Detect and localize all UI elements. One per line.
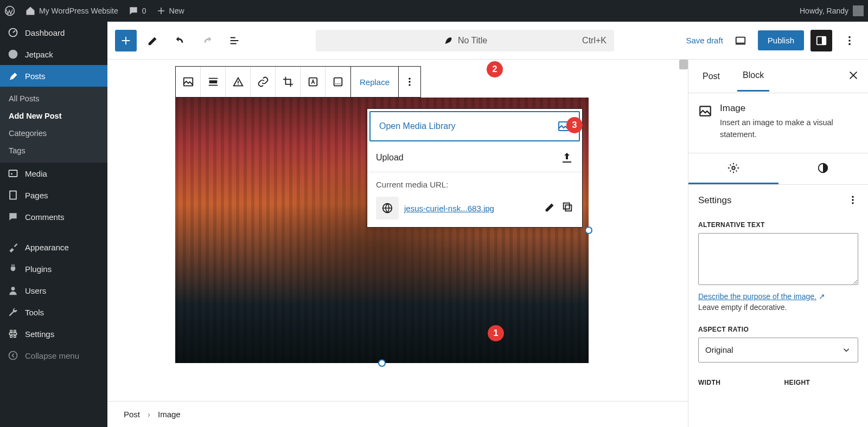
posts-submenu: All Posts Add New Post Categories Tags: [0, 87, 107, 163]
submenu-add-new-post[interactable]: Add New Post: [0, 107, 107, 125]
new-link[interactable]: New: [156, 6, 184, 16]
settings-more-button[interactable]: [847, 195, 858, 207]
scrollbar-thumb[interactable]: [679, 60, 688, 69]
comments-link[interactable]: 0: [128, 5, 146, 16]
sidebar-item-appearance[interactable]: Appearance: [0, 236, 107, 258]
undo-button[interactable]: [169, 30, 191, 51]
upload-button[interactable]: Upload: [367, 144, 582, 172]
media-url-link[interactable]: jesus-curiel-nsk...683.jpg: [404, 204, 539, 213]
new-label: New: [169, 7, 184, 15]
align-button[interactable]: [201, 67, 226, 97]
current-url-label: Current media URL:: [376, 180, 573, 189]
svg-rect-10: [822, 36, 826, 44]
replace-button[interactable]: Replace: [350, 67, 399, 97]
alt-text-hint: Leave empty if decorative.: [698, 303, 858, 312]
inspector-panel: Post Block Image Insert an image to make…: [688, 60, 868, 427]
options-button[interactable]: [839, 30, 860, 51]
image-icon: [698, 104, 712, 118]
command-shortcut: Ctrl+K: [582, 36, 607, 46]
tab-post[interactable]: Post: [697, 62, 725, 91]
avatar[interactable]: [853, 5, 864, 16]
block-type-icon[interactable]: [176, 67, 201, 97]
callout-badge-2: 2: [487, 61, 503, 77]
sidebar-item-media[interactable]: Media: [0, 163, 107, 184]
sidebar-item-plugins[interactable]: Plugins: [0, 258, 107, 280]
breadcrumb-root[interactable]: Post: [124, 410, 140, 419]
close-inspector-button[interactable]: [847, 69, 859, 83]
redo-button[interactable]: [196, 30, 218, 51]
add-block-button[interactable]: [115, 30, 137, 51]
publish-button[interactable]: Publish: [758, 30, 804, 50]
svg-point-33: [852, 199, 853, 200]
sidebar-toggle-button[interactable]: [810, 30, 832, 51]
preview-button[interactable]: [730, 30, 751, 51]
feather-icon: [443, 36, 452, 46]
comments-count: 0: [142, 7, 146, 15]
block-breadcrumb: Post › Image: [107, 401, 688, 427]
describe-image-link[interactable]: Describe the purpose of the image.: [698, 292, 816, 301]
svg-rect-8: [736, 37, 745, 43]
submenu-categories[interactable]: Categories: [0, 125, 107, 142]
sidebar-item-tools[interactable]: Tools: [0, 301, 107, 323]
site-home[interactable]: My WordPress Website: [25, 5, 118, 16]
globe-icon: [376, 197, 399, 219]
svg-point-11: [848, 36, 851, 38]
crop-button[interactable]: [276, 67, 301, 97]
caption-button[interactable]: [226, 67, 251, 97]
width-label: WIDTH: [698, 379, 773, 386]
tab-block[interactable]: Block: [737, 61, 769, 92]
svg-rect-5: [10, 191, 16, 199]
svg-point-21: [340, 83, 341, 85]
admin-sidebar: Dashboard Jetpack Posts All Posts Add Ne…: [0, 22, 107, 427]
text-overlay-button[interactable]: [301, 67, 326, 97]
link-button[interactable]: [251, 67, 276, 97]
sidebar-item-dashboard[interactable]: Dashboard: [0, 22, 107, 43]
sidebar-item-pages[interactable]: Pages: [0, 184, 107, 206]
submenu-tags[interactable]: Tags: [0, 142, 107, 159]
block-more-button[interactable]: [399, 67, 420, 97]
copy-url-button[interactable]: [561, 201, 573, 215]
site-title: My WordPress Website: [39, 7, 118, 15]
resize-handle-right[interactable]: [585, 227, 592, 234]
svg-point-24: [409, 84, 410, 86]
outline-button[interactable]: [224, 30, 245, 51]
alt-text-label: ALTERNATIVE TEXT: [698, 221, 858, 229]
svg-point-23: [409, 81, 410, 82]
aspect-ratio-select[interactable]: Original: [698, 338, 858, 363]
admin-bar: My WordPress Website 0 New Howdy, Randy: [0, 0, 868, 22]
svg-point-13: [848, 43, 851, 45]
svg-rect-15: [209, 80, 217, 83]
sidebar-item-users[interactable]: Users: [0, 280, 107, 301]
replace-popover: Open Media Library Upload Current media …: [367, 108, 583, 228]
open-media-library-button[interactable]: Open Media Library: [369, 111, 580, 141]
save-draft-button[interactable]: Save draft: [686, 36, 723, 45]
settings-heading: Settings: [698, 195, 731, 206]
svg-rect-18: [334, 78, 342, 86]
contrast-icon: [817, 162, 829, 174]
sidebar-item-posts[interactable]: Posts: [0, 65, 107, 87]
subtab-settings[interactable]: [688, 153, 778, 184]
edit-url-button[interactable]: [544, 201, 556, 215]
subtab-styles[interactable]: [778, 153, 869, 184]
sidebar-item-settings[interactable]: Settings: [0, 323, 107, 345]
chevron-down-icon: [841, 345, 851, 355]
wp-logo[interactable]: [4, 5, 15, 16]
alt-text-input[interactable]: [698, 233, 858, 285]
sidebar-item-jetpack[interactable]: Jetpack: [0, 43, 107, 65]
breadcrumb-leaf[interactable]: Image: [158, 410, 181, 419]
svg-point-22: [409, 78, 410, 80]
height-label: HEIGHT: [784, 379, 859, 386]
submenu-all-posts[interactable]: All Posts: [0, 90, 107, 107]
howdy[interactable]: Howdy, Randy: [800, 7, 848, 15]
sidebar-collapse[interactable]: Collapse menu: [0, 345, 107, 366]
aspect-ratio-label: ASPECT RATIO: [698, 326, 858, 333]
sidebar-item-comments[interactable]: Comments: [0, 206, 107, 228]
svg-point-30: [732, 166, 735, 170]
duotone-button[interactable]: [326, 67, 350, 97]
document-title-bar[interactable]: No Title Ctrl+K: [316, 30, 614, 51]
tools-button[interactable]: [142, 30, 164, 51]
gear-icon: [727, 162, 739, 174]
block-card: Image Insert an image to make a visual s…: [688, 93, 868, 153]
svg-point-20: [337, 83, 339, 85]
resize-handle-bottom[interactable]: [378, 359, 386, 367]
